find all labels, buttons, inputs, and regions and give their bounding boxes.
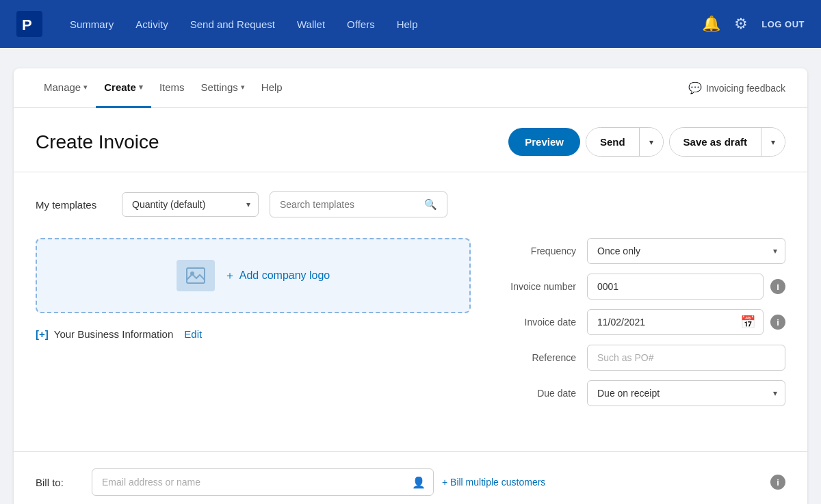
chevron-down-icon: ▾ [83,83,88,92]
subnav-manage-label: Manage [44,81,81,93]
invoice-date-input-wrap: 📅 [587,309,764,335]
right-column: Frequency Once only ▾ Invoice number [498,238,785,416]
bill-to-info-icon[interactable]: i [770,475,785,490]
invoice-number-row: Invoice number i [498,274,785,300]
edit-business-link[interactable]: Edit [184,328,202,340]
invoicing-feedback-link[interactable]: 💬 Invoicing feedback [688,81,785,94]
left-column: ＋ Add company logo [+] Your Business Inf… [36,238,471,416]
header-actions: Preview Send ▾ Save as draft ▾ [508,127,785,157]
person-icon: 👤 [412,476,426,489]
form-body: My templates Quantity (default) ▾ 🔍 [14,172,807,435]
calendar-icon[interactable]: 📅 [740,315,755,330]
page-header: Create Invoice Preview Send ▾ Save as dr… [14,108,807,172]
svg-rect-2 [187,268,205,283]
due-date-label: Due date [498,388,587,399]
feedback-chat-icon: 💬 [688,81,702,94]
invoice-number-input-wrap [587,274,764,300]
save-draft-dropdown-button[interactable]: ▾ [761,128,785,156]
nav-wallet[interactable]: Wallet [289,13,333,36]
send-dropdown-button[interactable]: ▾ [640,128,663,156]
logo-upload-area[interactable]: ＋ Add company logo [36,238,471,313]
frequency-input-wrap: Once only ▾ [587,238,785,264]
business-info-section: [+] Your Business Information Edit [36,328,471,340]
subnav-create-label: Create [104,81,136,93]
bill-to-input-wrap: 👤 [92,468,434,496]
subnav-settings[interactable]: Settings ▾ [193,68,253,108]
due-date-row: Due date Due on receipt ▾ [498,380,785,406]
paypal-logo: P [16,11,42,37]
subnav-create[interactable]: Create ▾ [96,68,151,108]
nav-activity[interactable]: Activity [127,13,177,36]
subnav-manage[interactable]: Manage ▾ [36,68,96,108]
settings-gear-button[interactable]: ⚙ [734,15,748,33]
main-card: Manage ▾ Create ▾ Items Settings ▾ Help … [14,68,807,504]
navbar-links: Summary Activity Send and Request Wallet… [62,13,702,36]
invoice-number-info-icon[interactable]: i [770,279,785,294]
reference-label: Reference [498,352,587,363]
notification-bell-button[interactable]: 🔔 [702,15,720,33]
reference-input[interactable] [587,345,785,371]
invoice-number-label: Invoice number [498,281,587,292]
chevron-down-icon: ▾ [649,137,653,147]
nav-summary[interactable]: Summary [62,13,122,36]
nav-offers[interactable]: Offers [339,13,383,36]
subnav: Manage ▾ Create ▾ Items Settings ▾ Help … [14,68,807,108]
invoice-date-input[interactable] [587,309,764,335]
reference-input-wrap [587,345,785,371]
bill-multiple-customers-link[interactable]: + Bill multiple customers [442,477,545,488]
chevron-down-icon: ▾ [139,83,143,92]
save-draft-button-group: Save as draft ▾ [669,127,785,157]
image-placeholder-icon [177,260,215,291]
template-select-wrap: Quantity (default) ▾ [122,192,259,217]
subnav-help-label: Help [261,81,283,93]
templates-label: My templates [36,199,111,211]
frequency-select[interactable]: Once only [587,238,785,264]
frequency-label: Frequency [498,246,587,256]
due-date-input-wrap: Due on receipt ▾ [587,380,785,406]
page-title: Create Invoice [36,131,508,153]
subnav-items-label: Items [159,81,185,93]
frequency-row: Frequency Once only ▾ [498,238,785,264]
send-button-group: Send ▾ [586,127,664,157]
logout-button[interactable]: LOG OUT [761,19,805,29]
bill-to-label: Bill to: [36,477,83,488]
search-icon: 🔍 [424,198,437,211]
navbar-actions: 🔔 ⚙ LOG OUT [702,15,805,33]
feedback-label: Invoicing feedback [706,83,785,94]
save-draft-button[interactable]: Save as draft [670,128,761,156]
two-column-layout: ＋ Add company logo [+] Your Business Inf… [36,238,785,416]
reference-row: Reference [498,345,785,371]
add-logo-button[interactable]: ＋ Add company logo [224,269,330,283]
subnav-items[interactable]: Items [151,68,193,108]
invoice-date-info-icon[interactable]: i [770,315,785,330]
frequency-select-wrap: Once only ▾ [587,238,785,264]
send-button[interactable]: Send [586,128,640,156]
chevron-down-icon: ▾ [241,83,245,92]
search-templates-input-wrap: 🔍 [270,191,447,217]
template-select[interactable]: Quantity (default) [122,192,259,217]
subnav-settings-label: Settings [201,81,238,93]
invoice-date-row: Invoice date 📅 i [498,309,785,335]
due-date-select-wrap: Due on receipt ▾ [587,380,785,406]
expand-icon[interactable]: [+] [36,328,49,340]
due-date-select[interactable]: Due on receipt [587,380,785,406]
navbar: P Summary Activity Send and Request Wall… [0,0,821,48]
search-templates-input[interactable] [280,199,419,210]
nav-send-request[interactable]: Send and Request [182,13,283,36]
preview-button[interactable]: Preview [508,128,580,156]
plus-icon: ＋ [224,269,235,283]
bill-to-row: Bill to: 👤 + Bill multiple customers i [36,468,785,496]
svg-text:P: P [22,16,32,34]
templates-row: My templates Quantity (default) ▾ 🔍 [36,191,785,217]
bill-section: Bill to: 👤 + Bill multiple customers i C… [14,468,807,504]
chevron-down-icon: ▾ [771,137,775,147]
subnav-help[interactable]: Help [253,68,291,108]
bill-to-input[interactable] [92,468,434,496]
nav-help[interactable]: Help [389,13,426,36]
business-info-label: Your Business Information [54,328,174,340]
add-logo-label: Add company logo [239,269,330,282]
invoice-date-label: Invoice date [498,317,587,328]
invoice-number-input[interactable] [587,274,764,300]
